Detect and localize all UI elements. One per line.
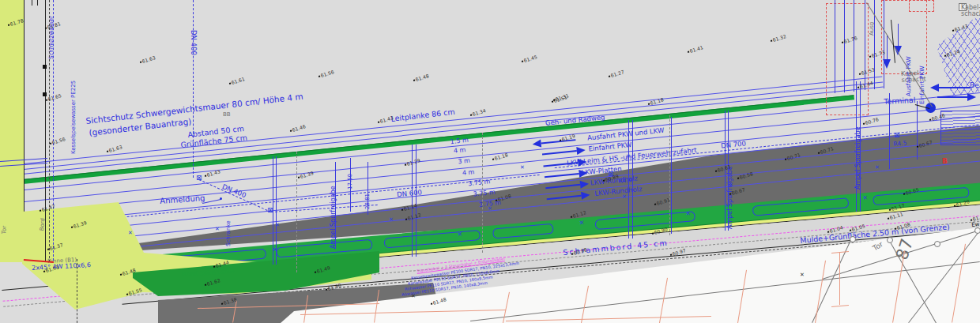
swale-marker-icon: ✕ — [685, 210, 691, 218]
lane-width-label: 3.75 m — [468, 178, 491, 187]
right-arrow-icon — [542, 150, 577, 155]
construction-line — [37, 0, 38, 6]
r44-label: R4.4 — [618, 177, 632, 185]
swale-marker-icon: ✕ — [457, 231, 462, 238]
lane-width-label: 4 m — [462, 169, 475, 177]
construction-line — [889, 93, 890, 169]
survey-node — [850, 236, 856, 242]
construction-line — [865, 0, 865, 90]
arrow-stem — [898, 24, 899, 46]
boundary-post-icon — [43, 92, 47, 96]
arrow-stem — [887, 36, 888, 59]
elevation-point: 61.61 — [228, 76, 245, 86]
construction-line — [45, 0, 46, 262]
construction-line — [854, 0, 854, 92]
boundary-post-icon — [43, 65, 47, 69]
cross-marker-icon: ✕ — [389, 216, 394, 223]
construction-line — [860, 81, 861, 212]
construction-line — [32, 0, 32, 6]
survey-node — [934, 241, 940, 247]
construction-line — [482, 133, 483, 253]
ausfahrt-pkw-vertical: Ausfahrt PKW — [906, 56, 912, 96]
construction-line — [53, 0, 54, 261]
left-arrow-icon — [939, 87, 971, 88]
cross-marker-icon: ✕ — [215, 226, 220, 232]
cross-marker-icon: ✕ — [488, 205, 492, 212]
cross-marker-icon: ✕ — [275, 222, 280, 228]
construction-line — [628, 120, 629, 238]
terminal-hatched-zone — [940, 111, 980, 145]
building-outline — [826, 3, 869, 115]
elevation-point: 61.63 — [139, 54, 156, 65]
elevation-point: 61.56 — [49, 136, 66, 146]
right-arrow-icon — [937, 96, 967, 98]
construction-line — [350, 158, 351, 212]
manhole-icon: ⊠ — [196, 175, 202, 182]
elevation-point: 61.56 — [318, 69, 334, 79]
cross-marker-icon: ✕ — [520, 164, 525, 171]
construction-line — [77, 259, 77, 323]
right-arrow-icon — [545, 173, 579, 178]
elevation-point: 61.45 — [521, 54, 537, 64]
construction-line — [193, 0, 194, 178]
r45-label: R4.5 — [893, 140, 907, 148]
elevation-point: 61.43 — [377, 115, 394, 125]
einfahrt-pkw-vertical: Einfahrt PKW — [919, 66, 925, 104]
construction-line — [917, 101, 918, 160]
be-label: Be — [970, 82, 979, 89]
cross-marker-icon: ✕ — [128, 230, 133, 236]
elevation-point: 61.63 — [106, 144, 122, 154]
cross-marker-icon: ✕ — [622, 193, 627, 200]
tor-label-left: Tor — [2, 226, 8, 235]
elevation-point: 61.41 — [687, 44, 703, 54]
manhole-icon: ⊠ — [894, 132, 900, 139]
swale-marker-icon: ✕ — [862, 194, 868, 202]
elevation-point: 61.32 — [770, 33, 786, 43]
kesselspeisewasser-pe225-label: Kesselspeisewasser PE225 — [71, 81, 77, 154]
anmeldung-point — [220, 197, 222, 200]
construction-line — [335, 162, 336, 249]
construction-line — [884, 0, 884, 88]
lane-width-label: 3 m — [458, 158, 470, 166]
kabelschacht-label-2: Kabel- schacht — [961, 5, 980, 18]
ampel-spurfreigabe-label-1: Ampel Spurfreigabe — [330, 186, 337, 249]
construction-line — [728, 111, 729, 231]
survey-node — [974, 227, 980, 234]
lane-width-label: 4 m — [454, 147, 466, 155]
construction-line — [49, 0, 50, 262]
yellow-verge-left — [0, 0, 24, 262]
ibeam-line — [839, 253, 840, 305]
cross-marker-icon: ✕ — [800, 272, 805, 278]
elevation-point: 61.48 — [413, 73, 429, 83]
site-plan-canvas[interactable]: Geh- und Radweg DN 600 DN 700 1.5 m4 mAu… — [0, 0, 980, 323]
swale-marker-icon: ✕ — [579, 219, 584, 227]
bb-marker: BB — [223, 112, 231, 118]
cross-marker-icon: ✕ — [626, 153, 631, 160]
construction-line — [856, 81, 857, 212]
construction-line — [835, 0, 835, 93]
construction-line — [844, 0, 845, 92]
manhole-icon: ⊠ — [267, 207, 273, 214]
construction-line — [669, 115, 670, 235]
survey-node — [887, 237, 893, 243]
construction-line — [296, 152, 297, 272]
cross-marker-icon: ✕ — [729, 182, 733, 188]
construction-line — [368, 162, 368, 215]
building-outline — [909, 0, 934, 12]
construction-line — [632, 120, 633, 238]
construction-line — [671, 117, 672, 234]
b-marker-red: B — [942, 158, 948, 165]
schranke-label: Schranke — [226, 221, 232, 246]
cross-marker-icon: ✕ — [411, 293, 416, 299]
elevation-point: 61.27 — [608, 69, 624, 79]
wall-label-line1: Sichtschutz Schwergewichtsmauer 80 cm/ H… — [85, 92, 303, 126]
cross-marker-icon: ✕ — [875, 164, 880, 171]
elevation-point: 61.46 — [289, 123, 306, 133]
